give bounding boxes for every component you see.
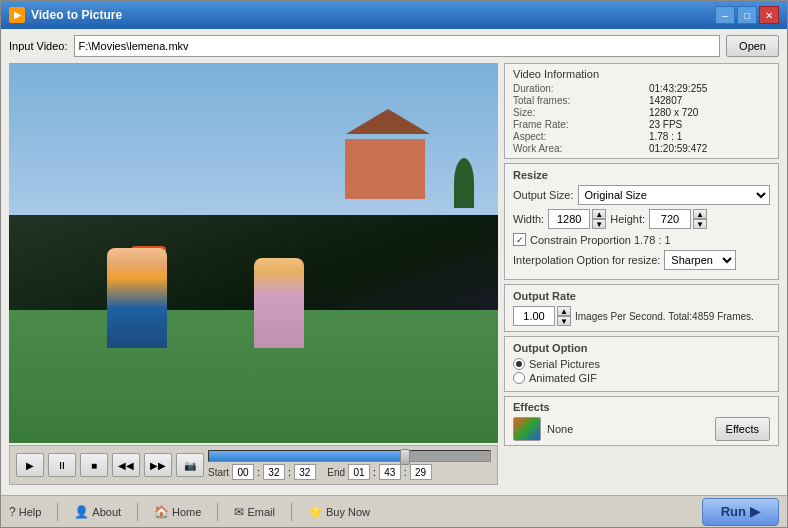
frame-rate-val: 23 FPS — [649, 119, 770, 130]
output-rate-row: ▲ ▼ Images Per Second. Total:4859 Frames… — [513, 306, 770, 326]
height-label: Height: — [610, 213, 645, 225]
animated-row: Animated GIF — [513, 372, 770, 384]
app-icon: ▶ — [9, 7, 25, 23]
main-content: Input Video: Open — [1, 29, 787, 491]
prev-button[interactable]: ◀◀ — [112, 453, 140, 477]
scene-tree — [454, 158, 474, 208]
start-label: Start — [208, 467, 229, 478]
rate-spinner: ▲ ▼ — [513, 306, 571, 326]
rate-down[interactable]: ▼ — [557, 316, 571, 326]
start-min[interactable] — [263, 464, 285, 480]
input-label: Input Video: — [9, 40, 68, 52]
output-rate-box: Output Rate ▲ ▼ Images Per Second. Total… — [504, 284, 779, 332]
resize-title: Resize — [513, 169, 770, 181]
width-up[interactable]: ▲ — [592, 209, 606, 219]
effects-row: None Effects — [513, 417, 770, 441]
interp-row: Interpolation Option for resize: Sharpen — [513, 250, 770, 270]
buy-icon: ⭐ — [308, 505, 323, 519]
rate-input[interactable] — [513, 306, 555, 326]
run-arrow-icon: ▶ — [750, 504, 760, 519]
total-frames-val: 142807 — [649, 95, 770, 106]
effects-title: Effects — [513, 401, 770, 413]
output-size-label: Output Size: — [513, 189, 574, 201]
height-up[interactable]: ▲ — [693, 209, 707, 219]
scene-house — [345, 139, 425, 199]
scene-boy — [107, 248, 167, 348]
open-button[interactable]: Open — [726, 35, 779, 57]
close-button[interactable]: ✕ — [759, 6, 779, 24]
maximize-button[interactable]: □ — [737, 6, 757, 24]
end-sec[interactable] — [410, 464, 432, 480]
output-rate-title: Output Rate — [513, 290, 770, 302]
height-input[interactable] — [649, 209, 691, 229]
effects-box: Effects None Effects — [504, 396, 779, 446]
rate-text: Images Per Second. Total:4859 Frames. — [575, 311, 754, 322]
width-label: Width: — [513, 213, 544, 225]
help-link[interactable]: ? Help — [9, 505, 41, 519]
output-option-title: Output Option — [513, 342, 770, 354]
run-label: Run — [721, 504, 746, 519]
serial-label: Serial Pictures — [529, 358, 600, 370]
resize-box: Resize Output Size: Original Size Width:… — [504, 163, 779, 280]
progress-fill — [209, 451, 406, 461]
size-key: Size: — [513, 107, 633, 118]
home-link[interactable]: 🏠 Home — [154, 505, 201, 519]
dimensions-row: Width: ▲ ▼ Height: ▲ — [513, 209, 770, 229]
main-area: ▶ ⏸ ■ ◀◀ ▶▶ 📷 Start : — [9, 63, 779, 485]
run-button[interactable]: Run ▶ — [702, 498, 779, 526]
main-window: ▶ Video to Picture – □ ✕ Input Video: Op… — [0, 0, 788, 528]
interp-label: Interpolation Option for resize: — [513, 254, 660, 266]
start-sec[interactable] — [294, 464, 316, 480]
size-val: 1280 x 720 — [649, 107, 770, 118]
progress-thumb[interactable] — [400, 449, 410, 465]
constrain-label: Constrain Proportion 1.78 : 1 — [530, 234, 671, 246]
width-input[interactable] — [548, 209, 590, 229]
video-info-box: Video Information Duration: 01:43:29:255… — [504, 63, 779, 159]
right-panel: Video Information Duration: 01:43:29:255… — [504, 63, 779, 485]
frame-rate-key: Frame Rate: — [513, 119, 633, 130]
stop-button[interactable]: ■ — [80, 453, 108, 477]
play-button[interactable]: ▶ — [16, 453, 44, 477]
height-spinner: ▲ ▼ — [649, 209, 707, 229]
constrain-checkbox[interactable] — [513, 233, 526, 246]
end-hour[interactable] — [348, 464, 370, 480]
start-hour[interactable] — [232, 464, 254, 480]
pause-button[interactable]: ⏸ — [48, 453, 76, 477]
left-panel: ▶ ⏸ ■ ◀◀ ▶▶ 📷 Start : — [9, 63, 498, 485]
email-label: Email — [247, 506, 275, 518]
divider-4 — [291, 503, 292, 521]
constrain-row: Constrain Proportion 1.78 : 1 — [513, 233, 770, 246]
duration-val: 01:43:29:255 — [649, 83, 770, 94]
input-path[interactable] — [74, 35, 721, 57]
progress-container: Start : : End : : — [208, 450, 491, 480]
effects-button[interactable]: Effects — [715, 417, 770, 441]
aspect-key: Aspect: — [513, 131, 633, 142]
width-spinner: ▲ ▼ — [548, 209, 606, 229]
end-label: End — [327, 467, 345, 478]
rate-up[interactable]: ▲ — [557, 306, 571, 316]
interp-select[interactable]: Sharpen — [664, 250, 736, 270]
animated-radio[interactable] — [513, 372, 525, 384]
email-icon: ✉ — [234, 505, 244, 519]
end-min[interactable] — [379, 464, 401, 480]
controls-bar: ▶ ⏸ ■ ◀◀ ▶▶ 📷 Start : — [9, 445, 498, 485]
video-frame — [9, 63, 498, 443]
about-link[interactable]: 👤 About — [74, 505, 121, 519]
screenshot-button[interactable]: 📷 — [176, 453, 204, 477]
buy-label: Buy Now — [326, 506, 370, 518]
next-button[interactable]: ▶▶ — [144, 453, 172, 477]
height-down[interactable]: ▼ — [693, 219, 707, 229]
total-frames-key: Total frames: — [513, 95, 633, 106]
progress-track[interactable] — [208, 450, 491, 462]
aspect-val: 1.78 : 1 — [649, 131, 770, 142]
minimize-button[interactable]: – — [715, 6, 735, 24]
email-link[interactable]: ✉ Email — [234, 505, 275, 519]
bottom-links: ? Help 👤 About 🏠 Home ✉ Email ⭐ Buy Now — [9, 503, 702, 521]
serial-radio[interactable] — [513, 358, 525, 370]
divider-1 — [57, 503, 58, 521]
width-down[interactable]: ▼ — [592, 219, 606, 229]
buy-link[interactable]: ⭐ Buy Now — [308, 505, 370, 519]
output-size-select[interactable]: Original Size — [578, 185, 770, 205]
video-placeholder — [9, 63, 498, 443]
time-bar: Start : : End : : — [208, 464, 491, 480]
